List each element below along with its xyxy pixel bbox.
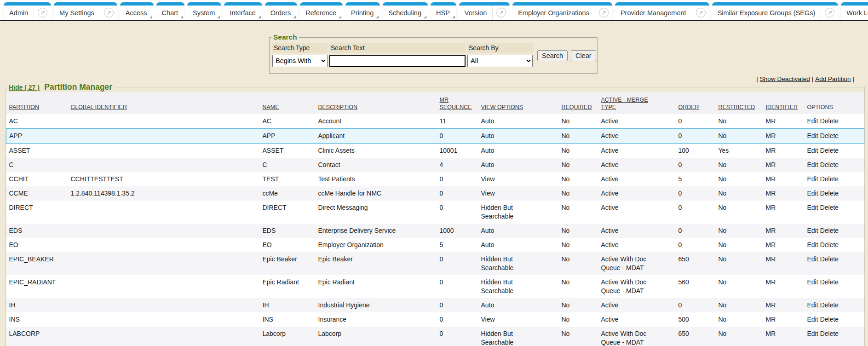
column-header-identifier[interactable]: IDENTIFIER: [765, 92, 806, 114]
edit-link[interactable]: Edit: [807, 190, 818, 197]
delete-link[interactable]: Delete: [820, 147, 839, 154]
tab-work-locations[interactable]: Work Locations↗: [841, 2, 868, 20]
edit-link[interactable]: Edit: [807, 255, 818, 263]
edit-link[interactable]: Edit: [807, 175, 818, 183]
table-row-cchit[interactable]: CCHITCCHITTESTTESTTESTTest Patients0View…: [6, 172, 864, 186]
table-row-direct[interactable]: DIRECTDIRECTDirect Messaging0Hidden But …: [6, 201, 864, 224]
delete-link[interactable]: Delete: [820, 241, 839, 248]
cell-view_options: Hidden But Searchable: [480, 275, 561, 298]
cell-name: C: [262, 158, 317, 172]
column-header-mr-sequence[interactable]: MR SEQUENCE: [439, 92, 480, 114]
cell-text: AC: [263, 117, 271, 125]
tab-chart[interactable]: Chart: [156, 2, 184, 20]
clear-button[interactable]: Clear: [571, 50, 596, 61]
table-row-ccme[interactable]: CCME1.2.840.114398.1.35.2ccMeccMe Handle…: [6, 186, 864, 201]
tab-system[interactable]: System: [187, 2, 221, 20]
delete-link[interactable]: Delete: [820, 190, 839, 197]
tab-scheduling[interactable]: Scheduling: [383, 2, 428, 20]
delete-link[interactable]: Delete: [820, 117, 839, 125]
cell-restricted: No: [718, 172, 765, 186]
table-row-ac[interactable]: ACACAccount11AutoNoActive0NoMREditDelete: [6, 114, 864, 129]
hide-count-link[interactable]: Hide ( 27 ): [9, 84, 40, 91]
delete-link[interactable]: Delete: [820, 227, 839, 234]
delete-link[interactable]: Delete: [820, 255, 839, 263]
column-header-restricted[interactable]: RESTRICTED: [718, 92, 765, 114]
column-header-required[interactable]: REQUIRED: [561, 92, 600, 114]
delete-link[interactable]: Delete: [820, 316, 839, 323]
cell-text: No: [719, 227, 727, 234]
delete-link[interactable]: Delete: [820, 301, 839, 309]
table-row-asset[interactable]: ASSETASSETClinic Assets10001AutoNoActive…: [6, 144, 864, 158]
open-popup-button[interactable]: ↗: [595, 6, 612, 20]
column-header-description[interactable]: DESCRIPTION: [317, 92, 439, 114]
table-row-app[interactable]: APPAPPApplicant0AutoNoActive0NoMREditDel…: [6, 129, 864, 144]
edit-link[interactable]: Edit: [807, 132, 818, 139]
delete-link[interactable]: Delete: [820, 330, 839, 337]
column-header-global-identifier[interactable]: GLOBAL IDENTIFIER: [70, 92, 262, 114]
column-header-order[interactable]: ORDER: [678, 92, 718, 114]
tab-interface[interactable]: Interface: [224, 2, 262, 20]
open-popup-button[interactable]: ↗: [692, 6, 709, 20]
tab-employer-organizations[interactable]: Employer Organizations↗: [512, 2, 612, 20]
cell-view_options: View: [480, 172, 561, 186]
delete-link[interactable]: Delete: [820, 278, 839, 286]
edit-link[interactable]: Edit: [807, 278, 818, 286]
open-popup-button[interactable]: ↗: [821, 6, 838, 20]
tab-hsp[interactable]: HSP: [431, 2, 456, 20]
open-popup-button[interactable]: ↗: [492, 6, 510, 20]
search-button[interactable]: Search: [537, 50, 568, 61]
table-row-eds[interactable]: EDSEDSEnterprise Delivery Service1000Aut…: [6, 224, 864, 238]
table-row-labcorp[interactable]: LABCORPLabcorpLabcorp0Hidden But Searcha…: [6, 327, 864, 346]
delete-link[interactable]: Delete: [820, 175, 839, 183]
open-popup-button[interactable]: ↗: [34, 6, 51, 20]
edit-link[interactable]: Edit: [807, 330, 818, 337]
cell-restricted: No: [718, 114, 765, 129]
column-header-partition[interactable]: PARTITION: [6, 92, 70, 114]
cell-required: No: [561, 312, 600, 327]
add-partition-link[interactable]: Add Partition: [815, 75, 851, 82]
table-row-ins[interactable]: INSINSInsurance0ViewNoActive500NoMREditD…: [6, 312, 864, 327]
edit-link[interactable]: Edit: [807, 301, 818, 309]
tab-reference[interactable]: Reference: [300, 2, 343, 20]
search-type-select[interactable]: Begins With: [272, 55, 328, 67]
tab-orders[interactable]: Orders: [265, 2, 297, 20]
edit-link[interactable]: Edit: [807, 161, 818, 168]
cell-partition: APP: [6, 129, 70, 144]
table-row-ih[interactable]: IHIHIndustrial Hygiene0AutoNoActive0NoMR…: [6, 298, 864, 312]
delete-link[interactable]: Delete: [820, 161, 839, 168]
tab-my-settings[interactable]: My Settings↗: [54, 2, 117, 20]
search-buttons-group: Search Clear: [535, 50, 594, 61]
delete-link[interactable]: Delete: [820, 204, 839, 211]
table-row-epic-beaker[interactable]: EPIC_BEAKEREpic BeakerEpic Beaker0Hidden…: [6, 252, 864, 275]
show-deactivated-link[interactable]: Show Deactivated: [760, 75, 810, 82]
tab-provider-management[interactable]: Provider Management↗: [615, 2, 709, 20]
delete-link[interactable]: Delete: [820, 132, 839, 139]
tab-version[interactable]: Version↗: [459, 2, 510, 20]
cell-text: No: [562, 227, 570, 234]
cell-view_options: Auto: [480, 238, 561, 252]
edit-link[interactable]: Edit: [807, 147, 818, 154]
table-row-eo[interactable]: EOEOEmployer Organization5AutoNoActive0N…: [6, 238, 864, 252]
edit-link[interactable]: Edit: [807, 117, 818, 125]
tab-access[interactable]: Access: [120, 2, 154, 20]
table-row-epic-radiant[interactable]: EPIC_RADIANTEpic RadiantEpic Radiant0Hid…: [6, 275, 864, 298]
cell-mr_sequence: 1000: [439, 224, 480, 238]
edit-link[interactable]: Edit: [807, 204, 818, 211]
cell-text: Active With Doc Queue - MDAT: [601, 278, 655, 295]
edit-link[interactable]: Edit: [807, 241, 818, 248]
tab-admin[interactable]: Admin↗: [4, 2, 51, 20]
column-header-active-merge-type[interactable]: ACTIVE - MERGE TYPE: [600, 92, 678, 114]
table-row-c[interactable]: CCContact4AutoNoActive0NoMREditDelete: [6, 158, 864, 172]
open-popup-button[interactable]: ↗: [100, 6, 117, 20]
column-header-view-options[interactable]: VIEW OPTIONS: [480, 92, 561, 114]
edit-link[interactable]: Edit: [807, 227, 818, 234]
column-header-name[interactable]: NAME: [262, 92, 317, 114]
cell-mr_sequence: 0: [439, 201, 480, 224]
cell-identifier: MR: [765, 252, 806, 275]
edit-link[interactable]: Edit: [807, 316, 818, 323]
search-by-select[interactable]: All: [467, 55, 533, 67]
tab-similar-exposure-groups-segs[interactable]: Similar Exposure Groups (SEGs)↗: [712, 2, 839, 20]
tab-printing[interactable]: Printing: [345, 2, 380, 20]
search-text-input[interactable]: [329, 55, 466, 67]
cell-text: Active With Doc Queue - MDAT: [601, 329, 655, 346]
